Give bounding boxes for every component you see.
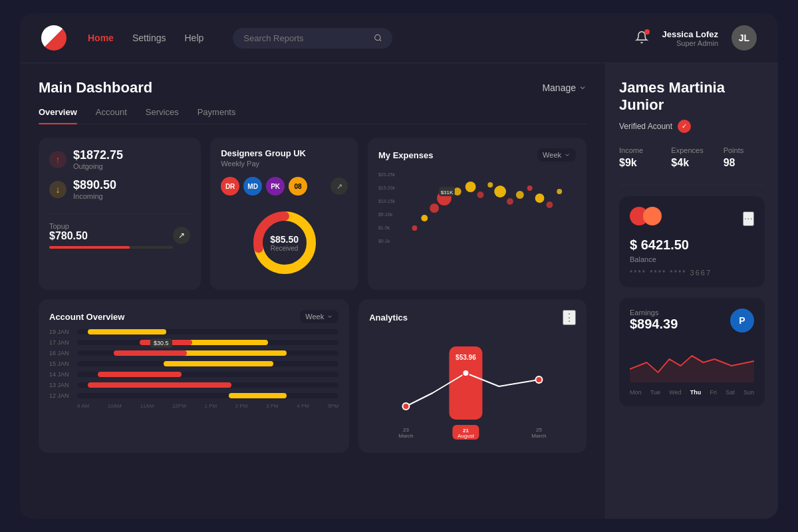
- svg-point-31: [463, 370, 469, 376]
- finance-card: ↑ $1872.75 Outgoing ↓ $890.50 Incoming: [39, 138, 201, 290]
- cards-row-2: Account Overview Week 19 JAN: [39, 299, 587, 453]
- profile-name: James Martinia Junior: [619, 79, 765, 114]
- earnings-section: Earnings $894.39 P Mon Tue Wed Thu Fri: [619, 298, 765, 406]
- topup-section: Topup $780.50 ↗: [49, 213, 190, 249]
- day-tue: Tue: [650, 389, 660, 396]
- paypal-icon: P: [730, 309, 754, 332]
- nav-home[interactable]: Home: [88, 33, 114, 43]
- avatar-md: MD: [243, 177, 262, 196]
- topup-label: Topup: [49, 222, 173, 230]
- chevron-down-icon: [579, 84, 587, 92]
- svg-text:$0-1k: $0-1k: [378, 239, 390, 243]
- svg-text:$1-5k: $1-5k: [378, 225, 390, 230]
- table-row: 17 JAN: [49, 339, 338, 346]
- svg-point-32: [536, 376, 543, 383]
- svg-line-1: [379, 39, 380, 41]
- chevron-down-icon: [564, 152, 571, 158]
- account-overview-title: Account Overview: [49, 312, 124, 322]
- tab-overview[interactable]: Overview: [39, 107, 77, 124]
- verified-row: Verified Acount ✓: [619, 120, 765, 133]
- day-wed: Wed: [669, 389, 681, 396]
- designers-title: Designers Group UK: [221, 148, 348, 158]
- table-row: 12 JAN: [49, 392, 338, 399]
- avatar-dr: DR: [221, 177, 239, 196]
- earnings-label: Earnings: [630, 309, 678, 317]
- outgoing-amount: $1872.75: [73, 148, 123, 162]
- divider: [619, 185, 765, 186]
- svg-text:$10-15k: $10-15k: [378, 199, 396, 203]
- outgoing-arrow-icon: ↑: [49, 151, 66, 168]
- nav-help[interactable]: Help: [185, 33, 204, 43]
- account-week-selector[interactable]: Week: [300, 310, 338, 323]
- gantt-chart: 19 JAN 17 JAN: [49, 329, 338, 399]
- tabs: Overview Account Services Payments: [39, 107, 587, 124]
- svg-text:March: March: [531, 433, 546, 439]
- stats-row: Income $9k Expences $4k Points 98: [619, 146, 765, 169]
- nav-settings[interactable]: Settings: [132, 33, 166, 43]
- svg-point-21: [516, 191, 524, 199]
- manage-button[interactable]: Manage: [542, 82, 587, 93]
- donut-label: $85.50 Received: [270, 234, 299, 252]
- days-row: Mon Tue Wed Thu Fri Sat Sun: [630, 389, 754, 396]
- svg-point-11: [412, 225, 418, 231]
- table-row: 15 JAN: [49, 360, 338, 367]
- mastercard-icon: [630, 207, 662, 225]
- notification-button[interactable]: [635, 31, 648, 46]
- tab-account[interactable]: Account: [96, 107, 127, 124]
- svg-point-18: [487, 182, 493, 188]
- outgoing-row: ↑ $1872.75 Outgoing: [49, 148, 190, 170]
- analytics-svg: $53.96 23 March 21 August 25: [369, 333, 576, 440]
- avatars-row: DR MD PK 08 ↗: [221, 177, 348, 196]
- tab-services[interactable]: Services: [146, 107, 179, 124]
- chevron-down-icon: [327, 313, 333, 320]
- svg-point-23: [535, 194, 545, 203]
- search-bar[interactable]: [233, 28, 392, 49]
- table-row: 19 JAN: [49, 329, 338, 335]
- left-panel: Main Dashboard Manage Overview Account S…: [20, 63, 605, 519]
- avatar-pk: PK: [266, 177, 285, 196]
- card-balance-section: ··· $ 6421.50 Balance **** **** **** 366…: [619, 196, 765, 287]
- main-content: Main Dashboard Manage Overview Account S…: [20, 63, 778, 519]
- svg-text:25: 25: [536, 427, 542, 433]
- expenses-card: My Expenses Week $20-25k $15-20k $10-15k…: [368, 138, 587, 290]
- notification-dot: [644, 29, 650, 35]
- incoming-label: Incoming: [73, 192, 116, 200]
- tab-payments[interactable]: Payments: [198, 107, 236, 124]
- expenses-label: Expences: [671, 146, 712, 154]
- app-container: Home Settings Help Jessica Lofez Super A…: [20, 13, 778, 519]
- search-icon: [374, 33, 382, 43]
- verified-icon: ✓: [678, 120, 691, 133]
- analytics-menu-button[interactable]: ⋮: [563, 310, 576, 325]
- points-stat: Points 98: [724, 146, 765, 169]
- account-week-label: Week: [305, 313, 324, 321]
- card-number: **** **** **** 3667: [630, 269, 754, 277]
- designers-card: Designers Group UK Weekly Pay DR MD PK 0…: [210, 138, 358, 290]
- logo-icon: [41, 25, 66, 51]
- page-title: Main Dashboard: [39, 79, 152, 96]
- week-selector[interactable]: Week: [537, 148, 576, 162]
- topup-arrow-icon[interactable]: ↗: [173, 227, 190, 244]
- svg-point-12: [421, 215, 428, 221]
- income-value: $9k: [619, 157, 660, 169]
- svg-point-13: [430, 203, 439, 213]
- incoming-row: ↓ $890.50 Incoming: [49, 178, 190, 200]
- table-row: 16 JAN $30.5: [49, 350, 338, 356]
- svg-point-22: [527, 186, 533, 191]
- search-input[interactable]: [243, 33, 368, 43]
- donut-chart: $85.50 Received: [221, 206, 348, 279]
- dash-header: Main Dashboard Manage: [39, 79, 587, 96]
- svg-point-17: [477, 192, 484, 198]
- svg-text:$53.96: $53.96: [456, 354, 476, 361]
- expenses-header: My Expenses Week: [378, 148, 576, 162]
- balance-label: Balance: [630, 255, 754, 263]
- svg-point-30: [403, 403, 410, 410]
- card-menu-button[interactable]: ···: [743, 211, 754, 226]
- points-value: 98: [724, 157, 765, 169]
- day-mon: Mon: [630, 389, 642, 396]
- svg-point-24: [546, 201, 553, 208]
- day-thu: Thu: [690, 389, 702, 396]
- avatar: JL: [732, 25, 757, 51]
- designers-arrow-icon[interactable]: ↗: [331, 178, 348, 195]
- svg-text:$20-25k: $20-25k: [378, 172, 396, 177]
- svg-text:$31K: $31K: [441, 190, 454, 196]
